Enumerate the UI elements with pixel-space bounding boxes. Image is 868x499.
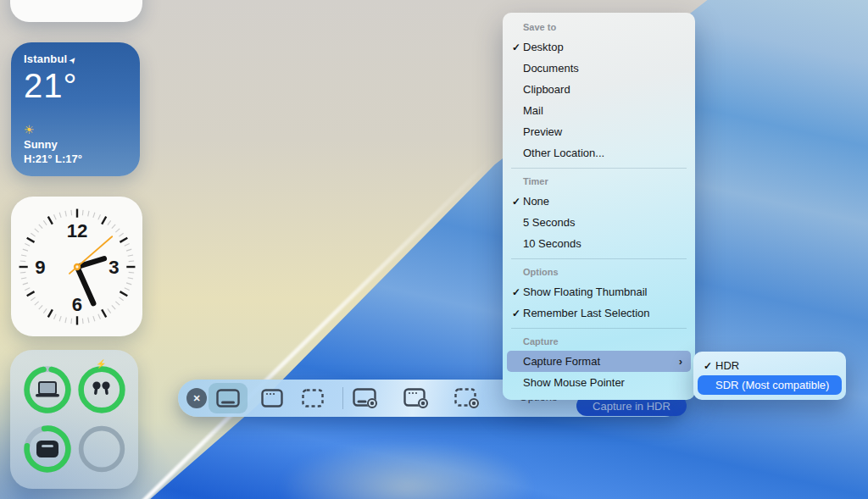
menu-item-timer-10s[interactable]: 10 Seconds <box>507 233 691 254</box>
menu-item-mail[interactable]: Mail <box>507 100 691 121</box>
weather-temperature: 21° <box>24 67 140 105</box>
partial-widget[interactable] <box>10 0 142 22</box>
checkmark-icon: ✓ <box>509 196 523 208</box>
desktop: Istanbul➤ 21° ☀ Sunny H:21° L:17° 12 3 6… <box>0 0 868 499</box>
battery-ring-empty <box>76 421 127 477</box>
record-portion-button[interactable] <box>448 383 487 413</box>
airpods-case-icon <box>34 438 61 460</box>
submenu-item-sdr[interactable]: SDR (Most compatible) <box>698 375 842 395</box>
clock-widget[interactable]: 12 3 6 9 <box>11 197 142 336</box>
submenu-item-hdr[interactable]: ✓ HDR <box>698 356 842 375</box>
clock-numeral-3: 3 <box>108 257 119 278</box>
charging-bolt-icon: ⚡ <box>96 359 106 369</box>
analog-clock: 12 3 6 9 <box>14 204 140 330</box>
weather-high-low: H:21° L:17° <box>24 152 140 165</box>
capture-window-icon <box>260 388 284 408</box>
weather-condition: Sunny <box>24 138 140 151</box>
close-icon: ✕ <box>192 393 200 404</box>
close-button[interactable]: ✕ <box>186 388 207 408</box>
menu-item-timer-5s[interactable]: 5 Seconds <box>507 212 691 233</box>
menu-item-desktop[interactable]: ✓ Desktop <box>507 36 691 58</box>
battery-ring-airpods: ⚡ <box>76 362 127 418</box>
menu-divider <box>511 328 687 329</box>
menu-divider <box>511 258 687 259</box>
toolbar-divider <box>342 387 343 409</box>
menu-item-preview[interactable]: Preview <box>507 121 691 142</box>
sun-icon: ☀ <box>24 124 140 136</box>
menu-item-remember-last-selection[interactable]: ✓ Remember Last Selection <box>507 302 691 324</box>
menu-item-show-mouse-pointer[interactable]: Show Mouse Pointer <box>507 372 691 393</box>
checkmark-icon: ✓ <box>509 286 523 298</box>
capture-format-submenu: ✓ HDR SDR (Most compatible) <box>693 352 846 400</box>
checkmark-icon: ✓ <box>701 360 715 372</box>
checkmark-icon: ✓ <box>509 308 523 319</box>
menu-section-header: Save to <box>503 19 695 36</box>
record-portion-icon <box>453 387 481 409</box>
laptop-icon <box>33 380 62 400</box>
record-window-button[interactable] <box>397 383 436 413</box>
clock-numeral-12: 12 <box>66 219 87 241</box>
capture-window-button[interactable] <box>253 383 292 413</box>
menu-item-other-location[interactable]: Other Location... <box>507 142 691 164</box>
menu-item-documents[interactable]: Documents <box>507 58 691 79</box>
capture-entire-screen-button[interactable] <box>209 383 248 413</box>
clock-center-dot-inner <box>75 265 78 268</box>
clock-numeral-6: 6 <box>71 293 81 314</box>
menu-item-capture-format[interactable]: Capture Format › <box>507 351 691 372</box>
menu-section-header: Timer <box>503 173 695 191</box>
record-window-icon <box>403 387 430 409</box>
submenu-arrow-icon: › <box>679 355 682 368</box>
menu-section-header: Capture <box>503 333 695 351</box>
record-entire-screen-icon <box>352 387 379 409</box>
battery-ring-laptop <box>22 362 73 418</box>
checkmark-icon: ✓ <box>509 42 523 53</box>
capture-portion-icon <box>301 388 325 408</box>
battery-widget[interactable]: ⚡ <box>10 350 138 489</box>
menu-item-timer-none[interactable]: ✓ None <box>507 191 691 212</box>
record-entire-screen-button[interactable] <box>346 383 385 413</box>
capture-entire-screen-icon <box>215 388 241 408</box>
weather-widget[interactable]: Istanbul➤ 21° ☀ Sunny H:21° L:17° <box>11 42 140 176</box>
options-menu: Save to ✓ Desktop Documents Clipboard Ma… <box>503 13 695 400</box>
location-arrow-icon: ➤ <box>68 55 79 65</box>
weather-city: Istanbul➤ <box>24 53 140 65</box>
airpods-icon <box>88 379 114 401</box>
clock-numeral-9: 9 <box>35 257 45 278</box>
menu-section-header: Options <box>503 263 695 281</box>
battery-ring-case <box>22 421 73 477</box>
menu-item-show-floating-thumbnail[interactable]: ✓ Show Floating Thumbnail <box>507 281 691 302</box>
capture-portion-button[interactable] <box>293 383 332 413</box>
menu-divider <box>511 168 687 169</box>
menu-item-clipboard[interactable]: Clipboard <box>507 79 691 100</box>
